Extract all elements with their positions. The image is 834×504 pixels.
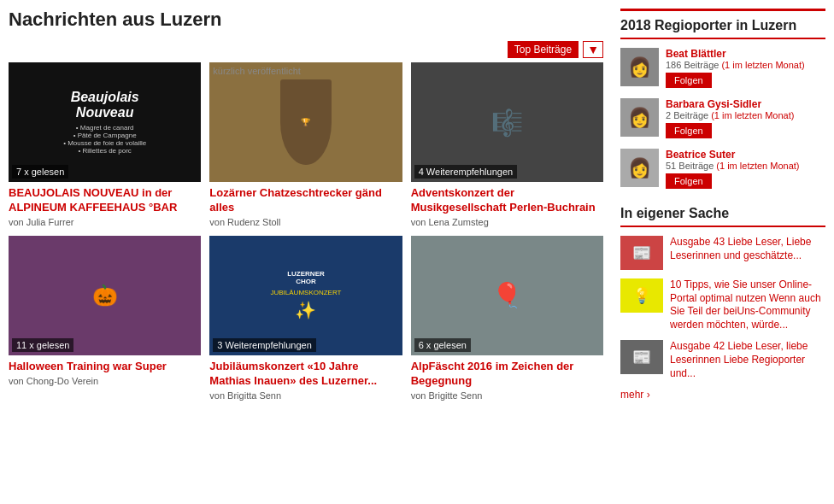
reporters-section: 2018 Regioporter in Luzern 👩 Beat Blättl… bbox=[620, 18, 825, 189]
card-badge-beaujolais: 7 x gelesen bbox=[12, 165, 68, 179]
card-jubilaum[interactable]: LUZERNERCHOR JUBILÄUMSKONZERT ✨ 3 Weiter… bbox=[209, 236, 402, 401]
card-beaujolais[interactable]: BeaujolaisNouveau • Magret de canard• Pâ… bbox=[9, 62, 201, 227]
follow-button-0[interactable]: Folgen bbox=[666, 73, 712, 88]
mehr-link[interactable]: mehr › bbox=[620, 389, 825, 401]
card-badge-lozarner: kürzlich veröffentlicht bbox=[213, 66, 301, 76]
cards-grid: BeaujolaisNouveau • Magret de canard• Pâ… bbox=[9, 62, 603, 401]
sidebar: 2018 Regioporter in Luzern 👩 Beat Blättl… bbox=[620, 9, 825, 418]
card-badge-halloween: 11 x gelesen bbox=[12, 338, 73, 352]
reporter-name-0[interactable]: Beat Blättler bbox=[666, 48, 825, 60]
eigene-text-0[interactable]: Ausgabe 43 Liebe Leser, Liebe Leserinnen… bbox=[670, 236, 825, 262]
card-title-alpfascht[interactable]: AlpFäscht 2016 im Zeichen der Begegnung bbox=[411, 360, 603, 389]
card-image-lozarner: 🏆 kürzlich veröffentlicht bbox=[209, 62, 402, 182]
card-author-beaujolais: von Julia Furrer bbox=[9, 217, 201, 227]
card-image-jubilaum: LUZERNERCHOR JUBILÄUMSKONZERT ✨ 3 Weiter… bbox=[209, 236, 402, 355]
card-lozarner[interactable]: 🏆 kürzlich veröffentlicht Lozärner Chatz… bbox=[209, 62, 402, 227]
reporter-item-2: 👩 Beatrice Suter 51 Beiträge (1 im letzt… bbox=[620, 149, 825, 189]
reporter-name-2[interactable]: Beatrice Suter bbox=[666, 149, 825, 161]
card-title-adventskonzert[interactable]: Adventskonzert der Musikgesellschaft Per… bbox=[411, 186, 603, 215]
red-bar bbox=[620, 9, 825, 11]
filter-bar: Top Beiträge ▼ bbox=[9, 41, 603, 58]
card-image-halloween: 🎃 11 x gelesen bbox=[9, 236, 201, 355]
card-title-jubilaum[interactable]: Jubiläumskonzert «10 Jahre Mathias Inaue… bbox=[209, 360, 402, 389]
reporter-count-2: 51 Beiträge (1 im letzten Monat) bbox=[666, 161, 825, 171]
reporter-info-2: Beatrice Suter 51 Beiträge (1 im letzten… bbox=[666, 149, 825, 189]
eigene-sache-title: In eigener Sache bbox=[620, 206, 825, 227]
card-badge-jubilaum: 3 Weiterempfehlungen bbox=[213, 338, 315, 352]
main-content: Nachrichten aus Luzern Top Beiträge ▼ Be… bbox=[9, 9, 603, 418]
card-image-alpfascht: 🎈 6 x gelesen bbox=[411, 236, 603, 355]
eigene-image-1: 💡 bbox=[620, 278, 663, 313]
reporter-month-0: (1 im letzten Monat) bbox=[721, 60, 804, 70]
follow-button-1[interactable]: Folgen bbox=[666, 123, 712, 138]
eigene-sache-section: In eigener Sache 📰 Ausgabe 43 Liebe Lese… bbox=[620, 206, 825, 401]
card-author-adventskonzert: von Lena Zumsteg bbox=[411, 217, 603, 227]
card-author-alpfascht: von Brigitte Senn bbox=[411, 390, 603, 401]
reporter-info-1: Barbara Gysi-Sidler 2 Beiträge (1 im let… bbox=[666, 98, 825, 138]
card-image-beaujolais: BeaujolaisNouveau • Magret de canard• Pâ… bbox=[9, 62, 201, 182]
reporter-avatar-0: 👩 bbox=[620, 48, 659, 86]
page-title: Nachrichten aus Luzern bbox=[9, 9, 603, 31]
reporter-count-0: 186 Beiträge (1 im letzten Monat) bbox=[666, 60, 825, 70]
card-author-lozarner: von Rudenz Stoll bbox=[209, 217, 402, 227]
card-alpfascht[interactable]: 🎈 6 x gelesen AlpFäscht 2016 im Zeichen … bbox=[411, 236, 603, 401]
eigene-image-0: 📰 bbox=[620, 236, 663, 270]
reporter-name-1[interactable]: Barbara Gysi-Sidler bbox=[666, 98, 825, 110]
reporter-avatar-1: 👩 bbox=[620, 98, 659, 137]
reporter-count-1: 2 Beiträge (1 im letzten Monat) bbox=[666, 110, 825, 120]
reporter-month-1: (1 im letzten Monat) bbox=[711, 110, 794, 120]
follow-button-2[interactable]: Folgen bbox=[666, 173, 712, 189]
dropdown-arrow-icon[interactable]: ▼ bbox=[583, 41, 603, 58]
eigene-text-1[interactable]: 10 Tipps, wie Sie unser Online-Portal op… bbox=[670, 278, 825, 331]
card-title-beaujolais[interactable]: BEAUJOLAIS NOUVEAU in der ALPINEUM KAFFE… bbox=[9, 186, 201, 215]
card-adventskonzert[interactable]: 🎼 4 Weiterempfehlungen Adventskonzert de… bbox=[411, 62, 603, 227]
card-halloween[interactable]: 🎃 11 x gelesen Halloween Training war Su… bbox=[9, 236, 201, 401]
eigene-text-2[interactable]: Ausgabe 42 Liebe Leser, liebe Leserinnen… bbox=[670, 340, 825, 380]
eigene-item-1: 💡 10 Tipps, wie Sie unser Online-Portal … bbox=[620, 278, 825, 331]
reporter-item-1: 👩 Barbara Gysi-Sidler 2 Beiträge (1 im l… bbox=[620, 98, 825, 138]
card-badge-adventskonzert: 4 Weiterempfehlungen bbox=[414, 165, 517, 179]
card-author-jubilaum: von Brigitta Senn bbox=[209, 390, 402, 401]
card-author-halloween: von Chong-Do Verein bbox=[9, 376, 201, 386]
reporter-avatar-2: 👩 bbox=[620, 149, 659, 187]
reporter-month-2: (1 im letzten Monat) bbox=[716, 161, 799, 171]
reporters-title: 2018 Regioporter in Luzern bbox=[620, 18, 825, 39]
reporter-info-0: Beat Blättler 186 Beiträge (1 im letzten… bbox=[666, 48, 825, 88]
card-title-lozarner[interactable]: Lozärner Chatzeschtrecker gänd alles bbox=[209, 186, 402, 215]
reporter-item-0: 👩 Beat Blättler 186 Beiträge (1 im letzt… bbox=[620, 48, 825, 88]
eigene-item-2: 📰 Ausgabe 42 Liebe Leser, liebe Leserinn… bbox=[620, 340, 825, 380]
eigene-image-2: 📰 bbox=[620, 340, 663, 374]
eigene-item-0: 📰 Ausgabe 43 Liebe Leser, Liebe Leserinn… bbox=[620, 236, 825, 270]
card-image-adventskonzert: 🎼 4 Weiterempfehlungen bbox=[411, 62, 603, 182]
card-title-halloween[interactable]: Halloween Training war Super bbox=[9, 360, 201, 374]
card-badge-alpfascht: 6 x gelesen bbox=[414, 338, 471, 352]
top-beitrage-button[interactable]: Top Beiträge bbox=[508, 41, 579, 58]
